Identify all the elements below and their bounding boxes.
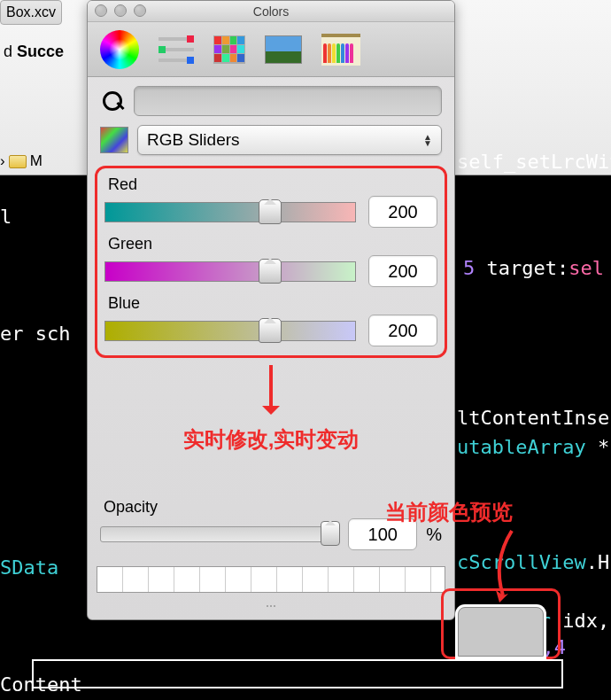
sliders-mode-icon[interactable]: [159, 35, 194, 64]
folder-icon: [9, 155, 27, 168]
panel-titlebar[interactable]: Colors: [88, 1, 454, 22]
rgb-sliders-box: Red 200 Green 200 Blue 200: [95, 166, 447, 358]
code-frag-right: self_setLrcWithD: [457, 151, 611, 173]
image-mode-icon[interactable]: [265, 35, 302, 64]
slider-thumb[interactable]: [321, 521, 340, 546]
panel-title: Colors: [253, 4, 289, 19]
traffic-lights[interactable]: [95, 4, 146, 17]
green-value-input[interactable]: 200: [368, 255, 437, 287]
resize-grip-icon[interactable]: ⋯: [88, 600, 454, 619]
magnifier-icon[interactable]: [100, 89, 125, 113]
code-frag: .H: [586, 551, 610, 573]
color-wheel-icon[interactable]: [100, 30, 139, 69]
tab-label[interactable]: Box.xcv: [0, 0, 62, 25]
breadcrumb[interactable]: › M: [0, 152, 43, 170]
code-frag: utableArray: [457, 436, 586, 458]
annotation-arrow-icon: [269, 365, 273, 413]
color-mode-toolbar: [88, 22, 454, 77]
annotation-preview: 当前颜色预览: [385, 498, 513, 526]
opacity-slider[interactable]: [100, 526, 339, 542]
blue-value-input[interactable]: 200: [368, 315, 437, 346]
annotation-realtime: 实时修改,实时变动: [88, 425, 454, 454]
palette-mode-icon[interactable]: [213, 35, 245, 64]
green-slider[interactable]: [104, 261, 356, 282]
slider-thumb[interactable]: [259, 318, 282, 343]
build-status: d Succe: [0, 37, 67, 66]
code-frag: target:: [475, 257, 568, 279]
code-frag: 5: [463, 257, 475, 279]
color-preview-box: [441, 588, 561, 659]
code-frag: sel: [568, 257, 604, 279]
minimize-icon[interactable]: [114, 4, 127, 17]
slider-thumb[interactable]: [259, 199, 282, 224]
red-slider[interactable]: [104, 202, 356, 222]
slider-mode-label: RGB Sliders: [147, 130, 240, 150]
code-frag: l: [0, 206, 12, 228]
slider-mode-preview-icon: [100, 127, 128, 153]
code-selection-highlight: [32, 659, 563, 688]
color-preview-swatch[interactable]: [458, 607, 544, 657]
zoom-icon[interactable]: [134, 4, 146, 17]
code-frag: er sch: [0, 323, 70, 345]
slider-mode-select[interactable]: RGB Sliders ▲▼: [137, 125, 442, 155]
slider-thumb[interactable]: [259, 259, 282, 284]
blue-slider[interactable]: [104, 321, 356, 341]
code-frag: ltContentInse: [457, 407, 609, 429]
colors-panel: Colors RGB Sliders ▲▼ Red: [87, 0, 455, 620]
color-search-field[interactable]: [134, 86, 442, 116]
code-frag: SData: [0, 556, 58, 579]
crayon-mode-icon[interactable]: [321, 34, 360, 66]
swatch-strip[interactable]: [97, 566, 445, 593]
chevron-updown-icon: ▲▼: [423, 134, 432, 146]
opacity-unit: %: [426, 525, 442, 545]
close-icon[interactable]: [95, 4, 107, 17]
red-value-input[interactable]: 200: [368, 196, 437, 228]
